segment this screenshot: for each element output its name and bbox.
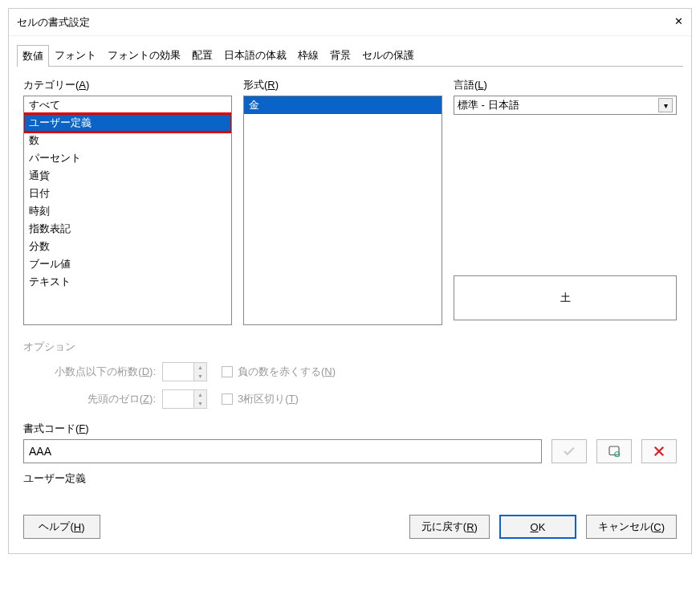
- category-item[interactable]: 日付: [24, 185, 231, 202]
- spin-down-icon[interactable]: ▼: [194, 372, 206, 381]
- category-item[interactable]: ユーザー定義: [24, 114, 231, 132]
- tab-フォント[interactable]: フォント: [49, 44, 102, 66]
- options-label: オプション: [23, 340, 677, 354]
- titlebar: セルの書式設定 ✕: [9, 9, 691, 36]
- preview-value: 土: [560, 291, 571, 305]
- spin-up-icon[interactable]: ▲: [194, 363, 206, 372]
- cell-format-dialog: セルの書式設定 ✕ 数値フォントフォントの効果配置日本語の体裁枠線背景セルの保護…: [8, 8, 692, 554]
- edit-comment-button[interactable]: [596, 439, 632, 463]
- category-item[interactable]: 数: [24, 132, 231, 149]
- language-label: 言語(L): [454, 78, 677, 92]
- negative-red-checkbox[interactable]: [222, 366, 233, 377]
- leading-zero-label: 先頭のゼロ(Z):: [23, 392, 156, 406]
- spin-down-icon[interactable]: ▼: [194, 399, 206, 408]
- x-icon: [652, 444, 666, 459]
- category-item[interactable]: 通貨: [24, 167, 231, 185]
- category-item[interactable]: テキスト: [24, 273, 231, 291]
- check-icon: [562, 444, 576, 459]
- decimal-label: 小数点以下の桁数(D):: [23, 365, 156, 379]
- format-code-description: ユーザー定義: [23, 471, 677, 486]
- category-item[interactable]: 指数表記: [24, 220, 231, 238]
- format-code-input[interactable]: [23, 439, 542, 463]
- negative-red-label: 負の数を赤くする(N): [238, 365, 336, 379]
- ok-button[interactable]: OK: [499, 515, 576, 539]
- category-item[interactable]: すべて: [24, 96, 231, 114]
- category-label: カテゴリー(A): [23, 78, 232, 92]
- language-select[interactable]: 標準 - 日本語 ▾: [454, 96, 677, 115]
- tab-配置[interactable]: 配置: [186, 44, 218, 66]
- thousands-sep-label: 3桁区切り(T): [238, 392, 299, 406]
- category-item[interactable]: パーセント: [24, 149, 231, 167]
- tab-セルの保護[interactable]: セルの保護: [356, 44, 420, 66]
- category-listbox[interactable]: すべてユーザー定義数パーセント通貨日付時刻指数表記分数ブール値テキスト: [23, 96, 232, 325]
- apply-code-button[interactable]: [551, 439, 587, 463]
- help-button[interactable]: ヘルプ(H): [23, 515, 100, 539]
- cancel-button[interactable]: キャンセル(C): [586, 515, 677, 539]
- reset-button[interactable]: 元に戻す(R): [409, 515, 490, 539]
- chevron-down-icon[interactable]: ▾: [658, 98, 673, 112]
- category-item[interactable]: 分数: [24, 238, 231, 255]
- decimal-spinner[interactable]: ▲▼: [162, 362, 207, 381]
- format-code-label: 書式コード(F): [23, 422, 677, 436]
- leading-zero-spinner[interactable]: ▲▼: [162, 389, 207, 409]
- category-item[interactable]: 時刻: [24, 202, 231, 220]
- category-item[interactable]: ブール値: [24, 255, 231, 273]
- close-icon[interactable]: ✕: [674, 15, 683, 27]
- tabstrip: 数値フォントフォントの効果配置日本語の体裁枠線背景セルの保護: [17, 44, 683, 67]
- tab-枠線[interactable]: 枠線: [292, 44, 324, 66]
- format-label: 形式(R): [243, 78, 442, 92]
- tab-数値[interactable]: 数値: [17, 45, 49, 67]
- format-item[interactable]: 金: [244, 96, 442, 114]
- language-value: 標準 - 日本語: [458, 98, 519, 112]
- spin-up-icon[interactable]: ▲: [194, 390, 206, 399]
- format-listbox[interactable]: 金: [243, 96, 442, 325]
- svg-rect-0: [609, 446, 619, 455]
- window-title: セルの書式設定: [17, 15, 90, 30]
- tab-フォントの効果[interactable]: フォントの効果: [102, 44, 186, 66]
- preview-box: 土: [454, 275, 677, 320]
- note-icon: [607, 444, 621, 459]
- delete-code-button[interactable]: [641, 439, 677, 463]
- thousands-sep-checkbox[interactable]: [222, 393, 233, 405]
- tab-背景[interactable]: 背景: [324, 44, 356, 66]
- tab-日本語の体裁[interactable]: 日本語の体裁: [218, 44, 292, 66]
